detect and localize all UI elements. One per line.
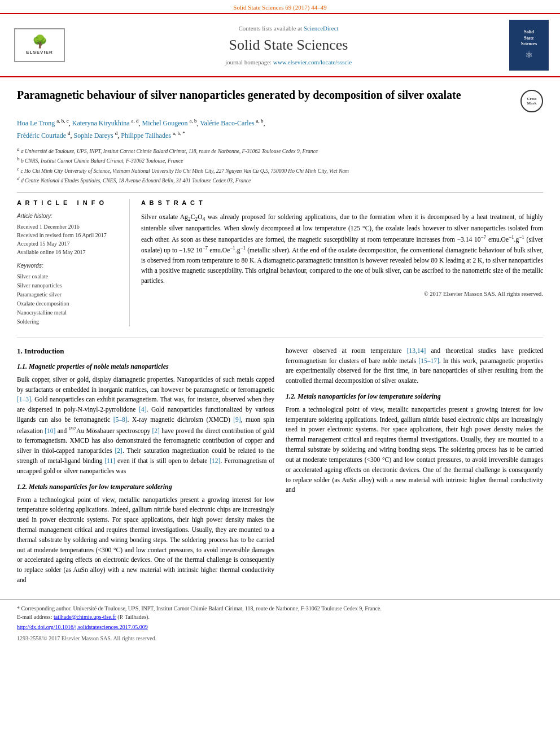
ref-2b[interactable]: [2]	[115, 447, 122, 454]
affiliation-c: c c Ho Chi Minh City University of Scien…	[17, 165, 543, 175]
keyword-3: Paramagnetic silver	[17, 290, 123, 299]
homepage-link[interactable]: www.elsevier.com/locate/ssscie	[273, 59, 352, 65]
doi-link[interactable]: http://dx.doi.org/10.1016/j.solidstatesc…	[17, 624, 148, 630]
author-hoa[interactable]: Hoa Le Trong	[17, 119, 55, 127]
info-abstract-section: A R T I C L E I N F O Article history: R…	[17, 193, 543, 326]
author-sophie[interactable]: Sophie Dareys	[73, 132, 113, 139]
ref-4[interactable]: [4]	[139, 406, 146, 413]
article-history: Article history: Received 1 December 201…	[17, 212, 123, 256]
affiliation-d: d d Centre National d'Etudes Spatiales, …	[17, 175, 543, 185]
ref-12[interactable]: [12]	[209, 457, 220, 464]
article-info-heading: A R T I C L E I N F O	[17, 199, 123, 207]
author-kateryna[interactable]: Kateryna Kiryukhina	[72, 119, 130, 127]
keyword-5: Nanocrystalline metal	[17, 308, 123, 317]
journal-center: Contents lists available at ScienceDirec…	[79, 24, 498, 67]
sciencedirect-line: Contents lists available at ScienceDirec…	[79, 24, 498, 33]
header-area: 🌳 ELSEVIER Contents lists available at S…	[0, 13, 560, 77]
doi-line: http://dx.doi.org/10.1016/j.solidstatesc…	[17, 623, 543, 631]
page-wrapper: Solid State Sciences 69 (2017) 44–49 🌳 E…	[0, 0, 560, 647]
elsevier-logo-area: 🌳 ELSEVIER	[11, 28, 68, 62]
author-frederic[interactable]: Frédéric Courtade	[17, 132, 66, 139]
keyword-1: Silver oxalate	[17, 272, 123, 281]
accepted-date: Accepted 15 May 2017	[17, 239, 123, 248]
history-label: Article history:	[17, 212, 123, 220]
subsection-1-2-right-text: From a technological point of view, meta…	[286, 405, 543, 495]
ref-2[interactable]: [2]	[152, 427, 160, 434]
ref-1-3[interactable]: [1–3]	[17, 396, 31, 403]
subsection-1-1-title: 1.1. Magnetic properties of noble metals…	[17, 362, 274, 372]
affiliation-a: a a Université de Toulouse, UPS, INPT, I…	[17, 146, 543, 155]
corresponding-author-note: * Corresponding author. Université de To…	[17, 604, 543, 621]
affiliations-block: a a Université de Toulouse, UPS, INPT, I…	[17, 146, 543, 185]
received-revised-date: Received in revised form 16 April 2017	[17, 231, 123, 239]
right-col-text: however observed at room temperature [13…	[286, 346, 543, 386]
left-col: 1. Introduction 1.1. Magnetic properties…	[17, 346, 274, 589]
keywords-label: Keywords:	[17, 262, 123, 270]
article-title: Paramagnetic behaviour of silver nanopar…	[17, 88, 515, 102]
available-online-date: Available online 16 May 2017	[17, 248, 123, 256]
footer-bottom: 1293-2558/© 2017 Elsevier Masson SAS. Al…	[17, 635, 543, 643]
article-info-col: A R T I C L E I N F O Article history: R…	[17, 199, 130, 326]
issn-text: 1293-2558/© 2017 Elsevier Masson SAS. Al…	[17, 635, 156, 643]
keyword-2: Silver nanoparticles	[17, 281, 123, 290]
email-link[interactable]: tailhade@chimie.ups-tlse.fr	[54, 614, 116, 620]
keyword-6: Soldering	[17, 317, 123, 326]
author-valerie[interactable]: Valérie Baco-Carles	[200, 119, 254, 127]
keywords-section: Keywords: Silver oxalate Silver nanopart…	[17, 262, 123, 326]
journal-cover-image: Solid State Sciences ⚛	[509, 20, 549, 71]
elsevier-logo-box: 🌳 ELSEVIER	[14, 28, 65, 62]
authors-line: Hoa Le Trong a, b, c, Kateryna Kiryukhin…	[17, 117, 543, 141]
copyright-line: © 2017 Elsevier Masson SAS. All rights r…	[141, 290, 543, 299]
main-content: 1. Introduction 1.1. Magnetic properties…	[17, 338, 543, 589]
sciencedirect-link[interactable]: ScienceDirect	[304, 25, 339, 32]
ref-10[interactable]: [10]	[45, 427, 55, 434]
article-body: Paramagnetic behaviour of silver nanopar…	[0, 88, 560, 588]
author-michel[interactable]: Michel Gougeon	[142, 119, 187, 127]
ref-5-8[interactable]: [5–8]	[113, 416, 128, 423]
right-col: however observed at room temperature [13…	[286, 346, 543, 589]
subsection-1-1-text: Bulk copper, silver or gold, display dia…	[17, 375, 274, 477]
received-date: Received 1 December 2016	[17, 222, 123, 231]
abstract-text: Silver oxalate Ag2C2O4 was already propo…	[141, 212, 543, 286]
crossmark-badge: CrossMark	[520, 90, 543, 112]
title-area: Paramagnetic behaviour of silver nanopar…	[17, 88, 543, 112]
abstract-col: A B S T R A C T Silver oxalate Ag2C2O4 w…	[141, 199, 543, 326]
section-1-title: 1. Introduction	[17, 346, 274, 356]
abstract-heading: A B S T R A C T	[141, 199, 543, 207]
page-footer: * Corresponding author. Université de To…	[0, 599, 560, 647]
elsevier-label: ELSEVIER	[26, 49, 53, 55]
journal-homepage-line: journal homepage: www.elsevier.com/locat…	[79, 58, 498, 67]
affiliation-b: b b CNRS, Institut Carnot Chimie Balard …	[17, 155, 543, 165]
ref-15-17[interactable]: [15–17]	[418, 357, 439, 364]
keyword-4: Oxalate decomposition	[17, 299, 123, 308]
ref-9[interactable]: [9]	[233, 416, 240, 423]
author-philippe[interactable]: Philippe Tailhades	[121, 132, 171, 139]
subsection-1-2-text: From a technological point of view, meta…	[17, 495, 274, 586]
elsevier-tree-icon: 🌳	[32, 36, 47, 48]
ref-11[interactable]: [11]	[104, 457, 115, 464]
ref-13-14[interactable]: [13,14]	[407, 347, 426, 354]
journal-title: Solid State Sciences	[79, 35, 498, 55]
journal-citation: Solid State Sciences 69 (2017) 44–49	[233, 4, 326, 11]
subsection-1-2-title: 1.2. Metals nanoparticles for low temper…	[17, 482, 274, 492]
journal-top-bar: Solid State Sciences 69 (2017) 44–49	[0, 0, 560, 13]
subsection-1-2-right-title: 1.2. Metals nanoparticles for low temper…	[286, 392, 543, 401]
